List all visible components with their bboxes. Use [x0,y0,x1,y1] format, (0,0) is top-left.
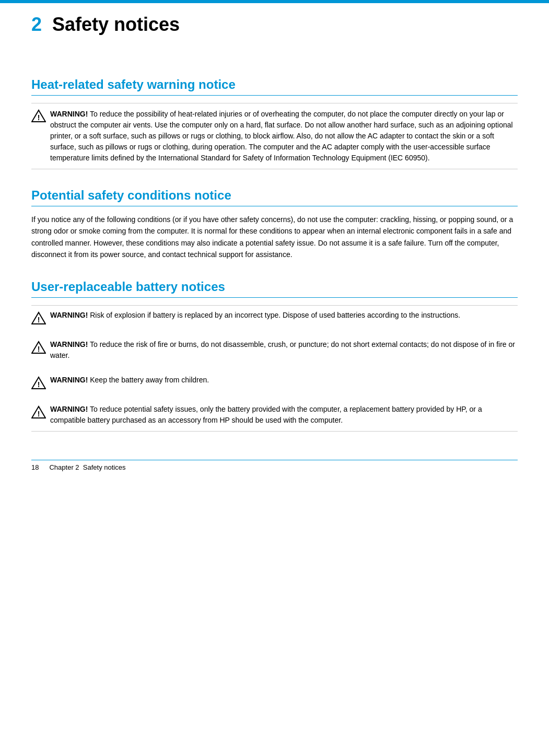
battery-warning-label-4: WARNING! [50,405,88,413]
svg-text:!: ! [38,410,40,418]
potential-safety-body: If you notice any of the following condi… [31,214,518,261]
potential-safety-heading: Potential safety conditions notice [31,188,518,206]
battery-warning-label-1: WARNING! [50,311,88,319]
battery-warning-text-4: To reduce potential safety issues, only … [50,405,482,424]
svg-text:!: ! [38,345,40,353]
battery-warning-icon-4: ! [31,405,46,420]
battery-warning-label-2: WARNING! [50,340,88,348]
footer-chapter-title: Safety notices [83,463,126,471]
battery-warning-content-4: WARNING! To reduce potential safety issu… [50,404,518,426]
user-replaceable-heading: User-replaceable battery notices [31,280,518,298]
heat-warning-label: WARNING! [50,110,88,118]
chapter-number: 2 [31,14,42,35]
svg-text:!: ! [38,113,40,122]
battery-warning-icon-1: ! [31,311,46,325]
heat-warning-content: WARNING! To reduce the possibility of he… [50,109,518,164]
battery-warning-label-3: WARNING! [50,376,88,384]
heat-warning-box: ! WARNING! To reduce the possibility of … [31,103,518,169]
battery-warning-icon-2: ! [31,340,46,355]
battery-warning-text-2: To reduce the risk of fire or burns, do … [50,340,515,359]
user-replaceable-section: User-replaceable battery notices ! WARNI… [31,280,518,432]
battery-warning-content-3: WARNING! Keep the battery away from chil… [50,375,518,386]
footer-separator [79,463,83,471]
svg-text:!: ! [38,380,40,389]
footer-chapter-label: Chapter 2 [49,463,79,471]
heat-related-heading: Heat-related safety warning notice [31,77,518,96]
svg-text:!: ! [38,316,40,324]
battery-warning-3: ! WARNING! Keep the battery away from ch… [31,370,518,392]
warning-icon: ! [31,109,46,123]
chapter-title-text: Safety notices [52,14,180,35]
battery-warning-text-3: Keep the battery away from children. [90,376,209,384]
heat-warning-text: To reduce the possibility of heat-relate… [50,110,513,162]
battery-warning-content-1: WARNING! Risk of explosion if battery is… [50,310,518,321]
battery-warning-icon-3: ! [31,376,46,390]
battery-warning-2: ! WARNING! To reduce the risk of fire or… [31,335,518,363]
chapter-title: 2Safety notices [31,14,518,36]
potential-safety-section: Potential safety conditions notice If yo… [31,188,518,261]
heat-related-section: Heat-related safety warning notice ! WAR… [31,77,518,169]
battery-warning-1: ! WARNING! Risk of explosion if battery … [31,306,518,328]
user-replaceable-warnings: ! WARNING! Risk of explosion if battery … [31,305,518,432]
top-bar [0,0,549,3]
footer-page-number: 18 [31,463,39,471]
battery-warning-content-2: WARNING! To reduce the risk of fire or b… [50,339,518,361]
footer: 18 Chapter 2 Safety notices [31,460,518,471]
battery-warning-4: ! WARNING! To reduce potential safety is… [31,400,518,432]
battery-warning-text-1: Risk of explosion if battery is replaced… [90,311,460,319]
